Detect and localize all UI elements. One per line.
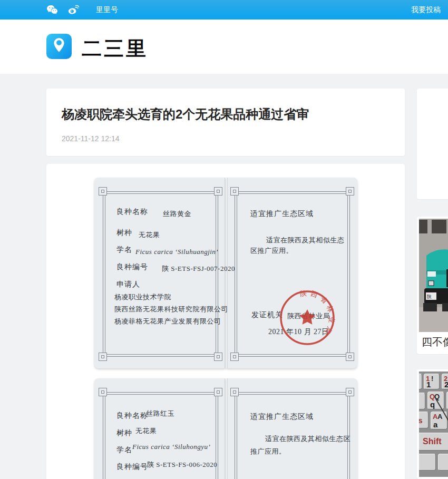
field-label: 良种名称 — [116, 207, 148, 217]
field-label: 树种 — [116, 228, 132, 238]
field-label: 学名 — [116, 445, 132, 455]
weibo-icon[interactable] — [67, 5, 79, 15]
topbar-social: 里里号 — [46, 5, 118, 15]
article-body-card: 良种名称 丝路黄金 树种 无花果 学名 Ficus carica ‘Siluhu… — [46, 164, 405, 479]
field-label: 良种编号 — [116, 462, 148, 472]
site-header: 二三里 — [0, 19, 448, 74]
field-value: 陕 S-ETS-FSJ-007-2020 — [162, 264, 235, 273]
region-title: 适宜推广生态区域 — [250, 412, 314, 422]
field-label: 学名 — [116, 245, 132, 255]
certificate-fold — [225, 378, 228, 479]
article-header-card: 杨凌职院牵头选育的2个无花果品种通过省审 2021-11-12 12:14 — [46, 89, 405, 156]
field-value: 无花果 — [139, 230, 160, 240]
field-value: 丝路红玉 — [146, 409, 174, 418]
field-value: Ficus carica ‘Siluhongyu’ — [132, 443, 210, 451]
channel-link[interactable]: 里里号 — [96, 5, 118, 15]
issuer-label: 发证机关 — [251, 310, 283, 320]
svg-text:陕西省林业局: 陕西省林业局 — [299, 289, 336, 338]
certificate-2-right-page — [226, 378, 357, 479]
sidebar-card-truck[interactable]: 陕 四不像价格 — [417, 217, 448, 354]
certificate-image-2: 良种名称 丝路红玉 树种 无花果 学名 Ficus carica ‘Siluho… — [94, 378, 357, 479]
svg-text:陕: 陕 — [427, 294, 432, 299]
page: { "topbar": { "channel": "里里号", "submit"… — [0, 0, 448, 479]
region-text: 适宜在陕西及其相似生态区 — [265, 434, 350, 444]
field-label: 树种 — [116, 428, 132, 438]
certificate-image-1: 良种名称 丝路黄金 树种 无花果 学名 Ficus carica ‘Siluhu… — [94, 178, 357, 368]
brand-name[interactable]: 二三里 — [82, 35, 148, 62]
region-text: 推广应用。 — [250, 447, 286, 456]
field-label: 良种编号 — [116, 262, 148, 272]
topbar: 里里号 我要投稿 — [0, 0, 448, 19]
article-title: 杨凌职院牵头选育的2个无花果品种通过省审 — [62, 106, 309, 123]
applicant: 杨凌职业技术学院 — [114, 292, 171, 302]
keyboard-image: 1! 1 2 2 ab QQ q ps AA a Shift — [419, 372, 448, 477]
article-date: 2021-11-12 12:14 — [62, 134, 120, 143]
applicant: 杨凌菲格无花果产业发展有限公司 — [114, 317, 221, 326]
submit-post-link[interactable]: 我要投稿 — [411, 5, 441, 15]
sidebar-card-1[interactable] — [417, 89, 448, 199]
site-logo[interactable] — [46, 34, 72, 59]
region-title: 适宜推广生态区域 — [250, 209, 314, 219]
field-value: 无花果 — [135, 426, 157, 436]
location-pin-icon — [52, 37, 66, 56]
field-value: 陕 S-ETS-FS-006-2020 — [147, 460, 217, 470]
cursor-arrow-line — [419, 372, 448, 477]
truck-image: 陕 — [419, 219, 448, 332]
field-label: 良种名称 — [116, 411, 148, 421]
wechat-icon[interactable] — [46, 5, 58, 15]
region-text: 区推广应用。 — [250, 246, 293, 256]
field-label: 申请人 — [116, 280, 140, 289]
official-seal: 陕西省林业局 — [279, 289, 336, 346]
field-value: 丝路黄金 — [163, 209, 191, 219]
sidebar-card-keyboard[interactable]: 1! 1 2 2 ab QQ q ps AA a Shift — [417, 369, 448, 479]
region-text: 适宜在陕西及其相似生态 — [266, 236, 345, 245]
field-value: Ficus carica ‘Siluhuangjin’ — [135, 248, 218, 256]
applicant: 陕西丝路无花果科技研究院有限公司 — [114, 305, 228, 314]
sidebar-truck-caption[interactable]: 四不像价格 — [419, 332, 448, 352]
